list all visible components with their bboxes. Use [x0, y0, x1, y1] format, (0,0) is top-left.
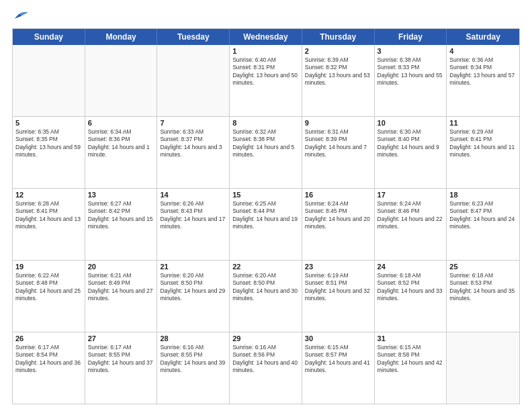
logo: [12, 11, 28, 23]
day-number: 23: [305, 263, 371, 271]
calendar-cell-25: 25Sunrise: 6:18 AMSunset: 8:53 PMDayligh…: [447, 261, 519, 332]
sunset-text: Sunset: 8:34 PM: [449, 64, 492, 71]
sunset-text: Sunset: 8:46 PM: [378, 208, 420, 214]
sunrise-text: Sunrise: 6:24 AM: [305, 200, 349, 207]
sunset-text: Sunset: 8:39 PM: [305, 136, 347, 142]
day-of-week-wednesday: Wednesday: [230, 29, 302, 45]
cell-info: Sunrise: 6:32 AMSunset: 8:38 PMDaylight:…: [232, 128, 299, 159]
cell-info: Sunrise: 6:28 AMSunset: 8:41 PMDaylight:…: [15, 200, 82, 231]
sunrise-text: Sunrise: 6:35 AM: [15, 128, 59, 135]
calendar-cell-19: 19Sunrise: 6:22 AMSunset: 8:48 PMDayligh…: [13, 261, 85, 332]
sunrise-text: Sunrise: 6:20 AM: [232, 272, 276, 279]
sunset-text: Sunset: 8:43 PM: [160, 208, 202, 214]
sunset-text: Sunset: 8:51 PM: [305, 279, 347, 286]
day-of-week-tuesday: Tuesday: [157, 29, 230, 45]
daylight-text: Daylight: 14 hours and 37 minutes.: [88, 359, 153, 373]
sunrise-text: Sunrise: 6:25 AM: [232, 200, 276, 207]
daylight-text: Daylight: 14 hours and 22 minutes.: [378, 216, 443, 230]
daylight-text: Daylight: 14 hours and 9 minutes.: [378, 144, 439, 158]
day-number: 24: [378, 263, 444, 271]
daylight-text: Daylight: 14 hours and 15 minutes.: [88, 216, 153, 230]
calendar-body: 1Sunrise: 6:40 AMSunset: 8:31 PMDaylight…: [13, 45, 519, 404]
day-number: 25: [449, 263, 517, 271]
calendar-cell-29: 29Sunrise: 6:16 AMSunset: 8:56 PMDayligh…: [230, 332, 302, 404]
sunset-text: Sunset: 8:44 PM: [232, 208, 275, 214]
cell-info: Sunrise: 6:40 AMSunset: 8:31 PMDaylight:…: [232, 56, 299, 87]
daylight-text: Daylight: 14 hours and 1 minute.: [88, 144, 150, 158]
sunrise-text: Sunrise: 6:15 AM: [305, 344, 349, 351]
day-number: 31: [378, 334, 444, 342]
sunset-text: Sunset: 8:50 PM: [232, 279, 275, 286]
cell-info: Sunrise: 6:18 AMSunset: 8:52 PMDaylight:…: [378, 272, 444, 303]
day-number: 20: [88, 263, 154, 271]
day-number: 12: [15, 191, 82, 199]
calendar-cell-30: 30Sunrise: 6:15 AMSunset: 8:57 PMDayligh…: [302, 332, 375, 404]
sunrise-text: Sunrise: 6:22 AM: [15, 272, 59, 279]
day-of-week-friday: Friday: [375, 29, 447, 45]
sunset-text: Sunset: 8:52 PM: [378, 279, 420, 286]
daylight-text: Daylight: 14 hours and 41 minutes.: [305, 359, 370, 373]
calendar-cell-13: 13Sunrise: 6:27 AMSunset: 8:42 PMDayligh…: [85, 189, 158, 260]
sunrise-text: Sunrise: 6:20 AM: [160, 272, 204, 279]
calendar-cell-empty: [13, 45, 85, 116]
cell-info: Sunrise: 6:39 AMSunset: 8:32 PMDaylight:…: [305, 56, 371, 87]
day-number: 2: [305, 47, 371, 55]
daylight-text: Daylight: 13 hours and 53 minutes.: [305, 72, 370, 86]
calendar-cell-10: 10Sunrise: 6:30 AMSunset: 8:40 PMDayligh…: [375, 117, 447, 188]
day-number: 5: [15, 119, 82, 127]
day-number: 1: [232, 47, 299, 55]
day-number: 22: [232, 263, 299, 271]
calendar-cell-24: 24Sunrise: 6:18 AMSunset: 8:52 PMDayligh…: [375, 261, 447, 332]
day-number: 18: [449, 191, 517, 199]
day-number: 19: [15, 263, 82, 271]
sunset-text: Sunset: 8:47 PM: [449, 208, 492, 214]
sunrise-text: Sunrise: 6:39 AM: [305, 56, 349, 63]
header: [12, 11, 520, 23]
sunrise-text: Sunrise: 6:17 AM: [88, 344, 132, 351]
sunset-text: Sunset: 8:36 PM: [88, 136, 130, 142]
sunset-text: Sunset: 8:55 PM: [160, 351, 202, 358]
sunrise-text: Sunrise: 6:16 AM: [232, 344, 276, 351]
calendar-cell-26: 26Sunrise: 6:17 AMSunset: 8:54 PMDayligh…: [13, 332, 85, 404]
daylight-text: Daylight: 13 hours and 57 minutes.: [449, 72, 515, 86]
calendar-cell-empty: [85, 45, 158, 116]
daylight-text: Daylight: 13 hours and 59 minutes.: [15, 144, 81, 158]
cell-info: Sunrise: 6:26 AMSunset: 8:43 PMDaylight:…: [160, 200, 226, 231]
calendar-cell-14: 14Sunrise: 6:26 AMSunset: 8:43 PMDayligh…: [157, 189, 230, 260]
daylight-text: Daylight: 14 hours and 39 minutes.: [160, 359, 225, 373]
day-of-week-sunday: Sunday: [13, 29, 85, 45]
sunrise-text: Sunrise: 6:21 AM: [88, 272, 132, 279]
cell-info: Sunrise: 6:35 AMSunset: 8:35 PMDaylight:…: [15, 128, 82, 159]
calendar-week-3: 12Sunrise: 6:28 AMSunset: 8:41 PMDayligh…: [13, 189, 519, 261]
daylight-text: Daylight: 14 hours and 33 minutes.: [378, 287, 443, 302]
day-number: 30: [305, 334, 371, 342]
calendar-cell-9: 9Sunrise: 6:31 AMSunset: 8:39 PMDaylight…: [302, 117, 375, 188]
day-number: 8: [232, 119, 299, 127]
day-number: 4: [449, 47, 517, 55]
daylight-text: Daylight: 14 hours and 5 minutes.: [232, 144, 294, 158]
sunset-text: Sunset: 8:33 PM: [378, 64, 420, 71]
sunrise-text: Sunrise: 6:38 AM: [378, 56, 421, 63]
calendar-cell-18: 18Sunrise: 6:23 AMSunset: 8:47 PMDayligh…: [447, 189, 519, 260]
calendar-cell-16: 16Sunrise: 6:24 AMSunset: 8:45 PMDayligh…: [302, 189, 375, 260]
calendar-cell-23: 23Sunrise: 6:19 AMSunset: 8:51 PMDayligh…: [302, 261, 375, 332]
sunrise-text: Sunrise: 6:29 AM: [449, 128, 493, 135]
daylight-text: Daylight: 14 hours and 3 minutes.: [160, 144, 222, 158]
cell-info: Sunrise: 6:15 AMSunset: 8:58 PMDaylight:…: [378, 344, 444, 375]
logo-bird-icon: [13, 11, 28, 23]
sunset-text: Sunset: 8:32 PM: [305, 64, 347, 71]
calendar-cell-3: 3Sunrise: 6:38 AMSunset: 8:33 PMDaylight…: [375, 45, 447, 116]
sunset-text: Sunset: 8:48 PM: [15, 279, 58, 286]
sunrise-text: Sunrise: 6:28 AM: [15, 200, 59, 207]
calendar-cell-6: 6Sunrise: 6:34 AMSunset: 8:36 PMDaylight…: [85, 117, 158, 188]
sunset-text: Sunset: 8:45 PM: [305, 208, 347, 214]
day-number: 10: [378, 119, 444, 127]
cell-info: Sunrise: 6:17 AMSunset: 8:55 PMDaylight:…: [88, 344, 154, 375]
sunrise-text: Sunrise: 6:24 AM: [378, 200, 421, 207]
daylight-text: Daylight: 14 hours and 29 minutes.: [160, 287, 225, 302]
cell-info: Sunrise: 6:34 AMSunset: 8:36 PMDaylight:…: [88, 128, 154, 159]
daylight-text: Daylight: 14 hours and 24 minutes.: [449, 216, 515, 230]
calendar-cell-15: 15Sunrise: 6:25 AMSunset: 8:44 PMDayligh…: [230, 189, 302, 260]
cell-info: Sunrise: 6:24 AMSunset: 8:45 PMDaylight:…: [305, 200, 371, 231]
day-number: 14: [160, 191, 226, 199]
